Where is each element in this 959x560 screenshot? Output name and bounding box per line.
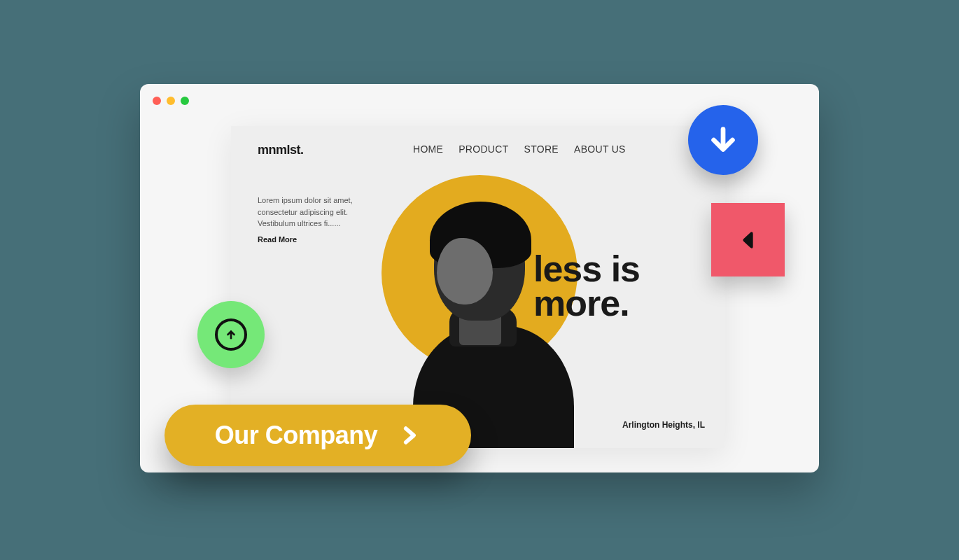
our-company-button[interactable]: Our Company [164,405,471,466]
download-button[interactable] [688,105,758,175]
headline-line2: more. [533,286,640,321]
nav-home[interactable]: HOME [413,144,443,155]
minimize-window-button[interactable] [167,97,175,105]
nav-product[interactable]: PRODUCT [458,144,508,155]
close-window-button[interactable] [153,97,161,105]
previous-button[interactable] [711,203,785,276]
scroll-up-button[interactable] [197,301,265,368]
nav-about[interactable]: ABOUT US [574,144,626,155]
intro-text: Lorem ipsum dolor sit amet, consectetur … [258,195,380,245]
headline-line1: less is [533,252,640,286]
arrow-up-circle-icon [215,318,247,351]
brand-logo[interactable]: mnmlst. [258,143,304,158]
hero-headline: less is more. [533,252,640,321]
chevron-right-icon [397,420,421,451]
website-preview: mnmlst. HOME PRODUCT STORE ABOUT US Lore… [231,126,724,448]
arrow-down-icon [707,124,739,156]
main-nav: HOME PRODUCT STORE ABOUT US [413,144,626,155]
location-label: Arlington Heights, IL [622,420,705,430]
intro-body: Lorem ipsum dolor sit amet, consectetur … [258,196,353,227]
maximize-window-button[interactable] [181,97,189,105]
nav-store[interactable]: STORE [524,144,559,155]
cta-label: Our Company [215,421,378,450]
caret-left-icon [734,223,762,257]
read-more-link[interactable]: Read More [258,234,380,246]
window-controls [153,97,189,105]
